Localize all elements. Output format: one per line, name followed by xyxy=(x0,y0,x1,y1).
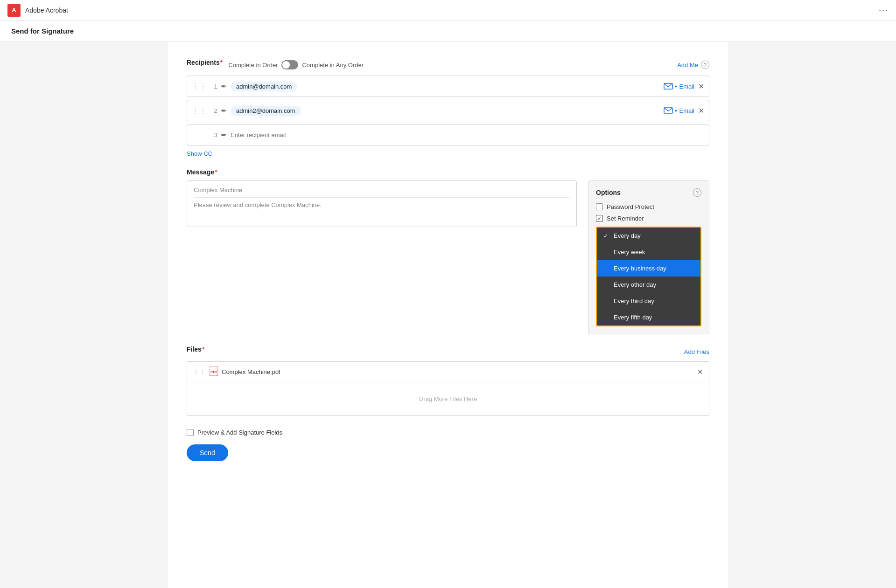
signer-icon-1: ✒ xyxy=(221,82,227,91)
password-protect-label: Password Protect xyxy=(607,203,654,210)
recipient-row-2: ⋮⋮ 2 ✒ admin2@domain.com ▾ Email ✕ xyxy=(187,100,709,121)
show-cc-link[interactable]: Show CC xyxy=(187,150,212,157)
remove-recipient-2[interactable]: ✕ xyxy=(698,106,704,115)
options-help-icon[interactable]: ? xyxy=(693,188,701,197)
dropdown-label-2: Every business day xyxy=(614,265,666,272)
recipient-num-1: 1 xyxy=(210,83,221,90)
preview-checkbox[interactable] xyxy=(187,429,194,436)
recipients-header: Recipients* Complete in Order Complete i… xyxy=(187,59,709,71)
add-me-link[interactable]: Add Me xyxy=(677,62,698,69)
send-button[interactable]: Send xyxy=(187,444,228,461)
recipient-num-2: 2 xyxy=(210,107,221,114)
preview-label: Preview & Add Signature Fields xyxy=(197,429,282,436)
order-toggle-wrapper: Complete in Order Complete in Any Order xyxy=(228,60,364,69)
add-files-link[interactable]: Add Files xyxy=(684,348,709,355)
email-label-2: Email xyxy=(679,107,694,114)
dropdown-item-0[interactable]: ✓ Every day xyxy=(597,228,700,244)
title-bar-left: A Adobe Acrobat xyxy=(7,4,68,17)
svg-text:PDF: PDF xyxy=(210,370,218,374)
email-svg-2 xyxy=(664,107,673,114)
message-label: Message* xyxy=(187,168,709,176)
more-options-button[interactable]: ··· xyxy=(879,5,889,15)
email-type-1[interactable]: ▾ Email xyxy=(664,83,694,90)
acrobat-logo: A xyxy=(7,4,21,17)
dropdown-item-5[interactable]: Every fifth day xyxy=(597,309,700,325)
options-title: Options xyxy=(596,189,621,196)
recipient-row-1: ⋮⋮ 1 ✒ admin@domain.com ▾ Email ✕ xyxy=(187,76,709,97)
signer-icon-2: ✒ xyxy=(221,106,227,115)
drag-handle-2: ⋮⋮ xyxy=(192,106,207,115)
checkmark-0: ✓ xyxy=(603,233,610,239)
message-body: Please review and complete Complex Machi… xyxy=(194,201,570,208)
remove-recipient-1[interactable]: ✕ xyxy=(698,82,704,91)
file-name-0: Complex Machine.pdf xyxy=(222,368,693,375)
dropdown-item-4[interactable]: Every third day xyxy=(597,293,700,309)
password-protect-row: Password Protect xyxy=(596,203,701,210)
dropdown-item-2[interactable]: Every business day xyxy=(597,260,700,277)
main-content: Recipients* Complete in Order Complete i… xyxy=(168,42,728,588)
message-box[interactable]: Complex Machine Please review and comple… xyxy=(187,180,577,227)
order-toggle[interactable] xyxy=(281,60,298,69)
dropdown-label-3: Every other day xyxy=(614,281,656,288)
form-row: Complex Machine Please review and comple… xyxy=(187,180,709,334)
set-reminder-checkbox[interactable] xyxy=(596,215,603,222)
recipients-help-icon[interactable]: ? xyxy=(701,61,709,69)
files-header: Files* Add Files xyxy=(187,346,709,358)
signer-icon-3: ✒ xyxy=(221,131,227,139)
file-list: ⋮⋮ PDF Complex Machine.pdf ✕ Drag More F… xyxy=(187,361,709,416)
remove-file-0[interactable]: ✕ xyxy=(697,368,703,376)
dropdown-label-1: Every week xyxy=(614,249,645,256)
recipient-email-1: admin@domain.com xyxy=(231,82,297,91)
chevron-icon-1: ▾ xyxy=(675,84,677,89)
options-header: Options ? xyxy=(596,188,701,197)
message-section: Message* Complex Machine Please review a… xyxy=(187,168,709,334)
dropdown-item-1[interactable]: Every week xyxy=(597,244,700,260)
password-protect-checkbox[interactable] xyxy=(596,203,603,210)
complete-in-order-label: Complete in Order xyxy=(228,62,278,69)
pdf-icon: PDF xyxy=(210,367,218,377)
set-reminder-row: Set Reminder xyxy=(596,215,701,222)
files-section: Files* Add Files ⋮⋮ PDF Complex Machine.… xyxy=(187,346,709,416)
files-label: Files* xyxy=(187,346,204,353)
dropdown-label-0: Every day xyxy=(614,232,641,239)
dropdown-item-3[interactable]: Every other day xyxy=(597,277,700,293)
preview-row: Preview & Add Signature Fields xyxy=(187,429,709,436)
page-title: Send for Signature xyxy=(11,27,74,35)
email-label-1: Email xyxy=(679,83,694,90)
options-panel: Options ? Password Protect Set Reminder xyxy=(588,180,709,334)
recipient-num-3: 3 xyxy=(210,131,221,138)
title-bar: A Adobe Acrobat ··· xyxy=(0,0,896,21)
message-subject: Complex Machine xyxy=(194,187,570,198)
drag-handle-1: ⋮⋮ xyxy=(192,82,207,91)
bottom-section: Preview & Add Signature Fields Send xyxy=(187,429,709,461)
recipient-email-input-3[interactable] xyxy=(231,131,704,138)
reminder-dropdown: ✓ Every day Every week Every business da… xyxy=(596,227,701,326)
recipients-header-right: Add Me ? xyxy=(677,61,709,69)
dropdown-label-5: Every fifth day xyxy=(614,314,652,321)
complete-any-order-label: Complete in Any Order xyxy=(302,62,364,69)
drag-zone[interactable]: Drag More Files Here xyxy=(187,382,709,415)
recipients-label: Recipients* xyxy=(187,59,223,66)
recipient-row-3: ⋮⋮ 3 ✒ xyxy=(187,124,709,145)
recipients-section: Recipients* Complete in Order Complete i… xyxy=(187,59,709,157)
email-svg-1 xyxy=(664,83,673,90)
app-name: Adobe Acrobat xyxy=(25,7,68,14)
file-item-0: ⋮⋮ PDF Complex Machine.pdf ✕ xyxy=(187,362,709,382)
page-header: Send for Signature xyxy=(0,21,896,42)
dropdown-label-4: Every third day xyxy=(614,297,654,304)
chevron-icon-2: ▾ xyxy=(675,108,677,113)
recipient-email-2: admin2@domain.com xyxy=(231,106,301,116)
set-reminder-label: Set Reminder xyxy=(607,215,644,222)
file-drag-handle: ⋮⋮ xyxy=(193,368,206,376)
message-area: Complex Machine Please review and comple… xyxy=(187,180,577,227)
email-type-2[interactable]: ▾ Email xyxy=(664,107,694,114)
